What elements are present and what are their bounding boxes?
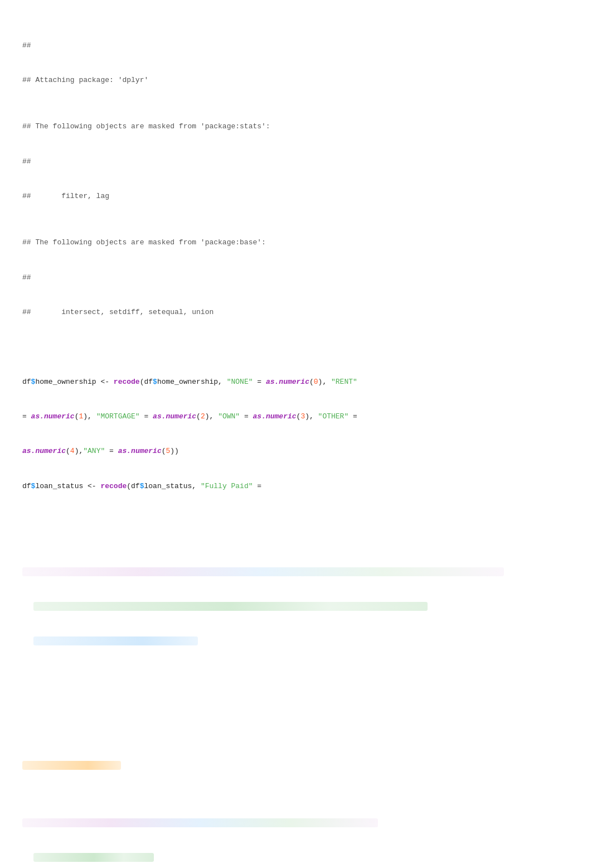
- code-output-area: ## ## Attaching package: 'dplyr' ## The …: [22, 17, 570, 868]
- comment-line-5: ## filter, lag: [22, 192, 109, 200]
- comment-line-2: ## Attaching package: 'dplyr': [22, 76, 148, 84]
- comment-line-1: ##: [22, 41, 31, 50]
- comment-line-7: ##: [22, 273, 31, 282]
- comment-line-8: ## intersect, setdiff, setequal, union: [22, 308, 213, 316]
- code-line-home2: = as.numeric(1), "MORTGAGE" = as.numeric…: [22, 412, 357, 421]
- code-line-home3: as.numeric(4),"ANY" = as.numeric(5)): [22, 447, 179, 455]
- code-line-loan1: df$loan_status <- recode(df$loan_status,…: [22, 482, 261, 490]
- blurred-recode-args: [22, 543, 570, 658]
- blurred-assignment-block: [22, 736, 570, 868]
- comment-line-3: ## The following objects are masked from…: [22, 122, 270, 131]
- code-line-home1: df$home_ownership <- recode(df$home_owne…: [22, 378, 357, 386]
- comment-line-6: ## The following objects are masked from…: [22, 238, 266, 247]
- comment-line-4: ##: [22, 157, 31, 166]
